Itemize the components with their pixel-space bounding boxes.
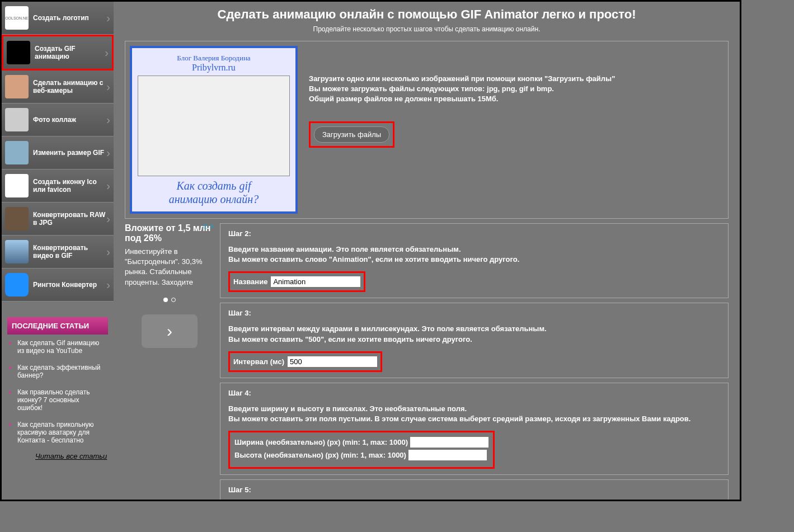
city-icon bbox=[5, 141, 29, 164]
step-5: Шаг 5: Этот параметр определяет, будет л… bbox=[220, 479, 729, 500]
adchoices-icon[interactable]: ⓘ ✕ bbox=[203, 223, 214, 230]
sidebar-ad: ⓘ ✕ Вложите от 1,5 млн под 26% Инвестиру… bbox=[125, 223, 214, 500]
articles-panel: ПОСЛЕДНИЕ СТАТЬИ Как сделать Gif анимаци… bbox=[2, 312, 114, 466]
chevron-right-icon: › bbox=[106, 279, 110, 291]
ad-title[interactable]: Вложите от 1,5 млн под 26% bbox=[125, 223, 214, 243]
article-link[interactable]: Как сделать Gif анимацию из видео на You… bbox=[7, 335, 108, 359]
chevron-right-icon: › bbox=[106, 114, 110, 126]
chevron-right-icon: › bbox=[105, 46, 109, 59]
name-label: Название bbox=[233, 277, 267, 286]
video-icon bbox=[5, 240, 29, 263]
cat-icon bbox=[5, 207, 29, 230]
nav-item-ringtone[interactable]: Рингтон Конвертер › bbox=[2, 269, 114, 302]
page-title: Сделать анимацию онлайн с помощью GIF An… bbox=[125, 7, 729, 22]
article-link[interactable]: Как правильно сделать иконку? 7 основных… bbox=[7, 384, 108, 416]
nav-item-resize[interactable]: Изменить размер GIF › bbox=[2, 136, 114, 170]
chevron-right-icon: › bbox=[106, 213, 110, 225]
face-icon bbox=[5, 75, 29, 98]
step-2: Шаг 2: Введите название анимации. Это по… bbox=[220, 223, 729, 298]
ad-desc: Инвестируйте в "Быстроденьги". 30,3% рын… bbox=[125, 247, 214, 288]
articles-header: ПОСЛЕДНИЕ СТАТЬИ bbox=[7, 317, 108, 335]
chevron-right-icon: › bbox=[106, 81, 110, 93]
upload-section: Блог Валерия Бородина Pribylvrn.ru Как с… bbox=[125, 41, 729, 219]
nav-item-raw[interactable]: Конвертировать RAW в JPG › bbox=[2, 203, 114, 236]
itunes-icon bbox=[5, 273, 29, 296]
height-label: Высота (необязательно) (px) (min: 1, max… bbox=[234, 451, 406, 459]
nav-item-webcam[interactable]: Сделать анимацию с веб-камеры › bbox=[2, 70, 114, 103]
chevron-right-icon: › bbox=[106, 246, 110, 258]
step-3: Шаг 3: Введите интервал между кадрами в … bbox=[220, 303, 729, 378]
interval-input[interactable] bbox=[288, 356, 377, 367]
nav-item-collage[interactable]: Фото коллаж › bbox=[2, 103, 114, 136]
google-icon bbox=[5, 174, 29, 197]
ad-image[interactable]: Блог Валерия Бородина Pribylvrn.ru Как с… bbox=[130, 46, 298, 214]
nav-item-video-gif[interactable]: Конвертировать видео в GIF › bbox=[2, 236, 114, 269]
interval-label: Интервал (мс) bbox=[233, 357, 284, 366]
width-input[interactable] bbox=[410, 437, 488, 448]
upload-instructions: Загрузите одно или несколько изображений… bbox=[309, 74, 723, 105]
name-input[interactable] bbox=[271, 276, 360, 287]
width-label: Ширина (необязательно) (px) (min: 1, max… bbox=[234, 438, 408, 446]
logo-icon: TOOLSON.NET bbox=[5, 6, 29, 30]
carousel-dots[interactable] bbox=[125, 294, 214, 304]
nav-item-ico[interactable]: Создать иконку Ico или favicon › bbox=[2, 170, 114, 203]
ad-illustration bbox=[138, 76, 290, 176]
next-arrow-button[interactable]: › bbox=[142, 314, 198, 348]
article-link[interactable]: Как сделать прикольную красивую аватарку… bbox=[7, 416, 108, 449]
upload-button[interactable]: Загрузить файлы bbox=[314, 126, 389, 143]
nav-item-gif-animation[interactable]: Создать GIF анимацию › bbox=[2, 35, 114, 70]
chevron-right-icon: › bbox=[106, 180, 110, 192]
main-nav: TOOLSON.NET Создать логотип › Создать GI… bbox=[2, 2, 114, 302]
page-subtitle: Проделайте несколько простых шагов чтобы… bbox=[125, 25, 729, 33]
step-4: Шаг 4: Введите ширину и высоту в пиксела… bbox=[220, 383, 729, 475]
nav-item-logo[interactable]: TOOLSON.NET Создать логотип › bbox=[2, 2, 114, 35]
chevron-right-icon: › bbox=[106, 147, 110, 159]
parthenon-icon bbox=[5, 108, 29, 131]
swirl-icon bbox=[7, 41, 30, 64]
height-input[interactable] bbox=[408, 450, 487, 460]
article-link[interactable]: Как сделать эффективный баннер? bbox=[7, 359, 108, 384]
chevron-right-icon: › bbox=[106, 12, 110, 25]
read-all-link[interactable]: Читать все статьи bbox=[7, 449, 108, 460]
